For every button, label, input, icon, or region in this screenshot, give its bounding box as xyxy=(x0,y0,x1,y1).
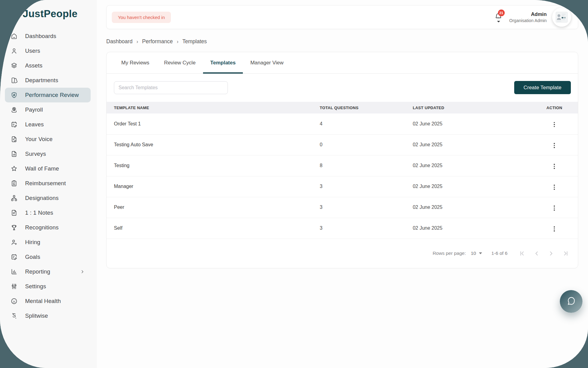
sidebar-item-dashboards[interactable]: Dashboards xyxy=(5,29,91,44)
user-icon xyxy=(10,47,18,55)
header-right: 21 Admin Organisation Admin xyxy=(493,8,571,27)
shield-bolt-icon xyxy=(10,91,18,99)
sidebar-item-label: Recognitions xyxy=(25,224,58,231)
sidebar-item-label: 1 : 1 Notes xyxy=(25,209,53,216)
previous-page-icon xyxy=(533,250,541,257)
trophy-icon xyxy=(10,224,18,231)
last-updated-cell: 02 June 2025 xyxy=(413,176,531,197)
total-questions-cell: 3 xyxy=(320,218,413,239)
notification-badge: 21 xyxy=(498,10,505,16)
sidebar-item-1-1-notes[interactable]: 1 : 1 Notes xyxy=(5,205,91,220)
table-row: Self302 June 2025 xyxy=(107,218,578,239)
sidebar-item-label: Settings xyxy=(25,283,46,290)
chat-fab[interactable] xyxy=(560,290,582,313)
chevron-right-icon xyxy=(80,269,85,274)
sidebar-item-designations[interactable]: Designations xyxy=(5,191,91,205)
notifications-button[interactable]: 21 xyxy=(493,12,504,22)
brand-logo: JustPeople xyxy=(23,8,97,20)
user-name: Admin xyxy=(509,11,547,17)
tab-label: My Reviews xyxy=(121,60,149,66)
breadcrumb-item-dashboard[interactable]: Dashboard xyxy=(106,38,133,45)
sidebar-item-assets[interactable]: Assets xyxy=(5,58,91,73)
sidebar-item-label: Reporting xyxy=(25,268,50,275)
ticket-icon xyxy=(10,312,18,320)
table-row: Peer302 June 2025 xyxy=(107,197,578,218)
sidebar-item-label: Performance Review xyxy=(25,92,79,98)
document-chart-icon xyxy=(10,150,18,158)
sidebar-item-mental-health[interactable]: Mental Health xyxy=(5,294,91,309)
sidebar-item-surveys[interactable]: Surveys xyxy=(5,147,91,161)
search-input[interactable] xyxy=(114,81,228,94)
template-name-cell: Testing xyxy=(107,155,320,176)
avatar[interactable] xyxy=(552,8,571,27)
breadcrumb-item-templates[interactable]: Templates xyxy=(182,38,207,45)
total-questions-cell: 0 xyxy=(320,134,413,155)
tab-label: Review Cycle xyxy=(164,60,196,66)
row-actions-button[interactable] xyxy=(551,183,558,192)
app-panel: JustPeople DashboardsUsersAssetsDepartme… xyxy=(0,0,588,368)
sidebar-item-label: Departments xyxy=(25,77,58,84)
create-template-button[interactable]: Create Template xyxy=(514,81,571,94)
last-page-button[interactable] xyxy=(561,249,570,258)
sidebar-item-label: Splitwise xyxy=(25,312,48,319)
column-header-last-updated: LAST UPDATED xyxy=(413,102,531,113)
previous-page-button[interactable] xyxy=(532,249,541,258)
last-updated-cell: 02 June 2025 xyxy=(413,218,531,239)
sidebar-item-goals[interactable]: Goals xyxy=(5,250,91,264)
tab-manager-view[interactable]: Manager View xyxy=(243,52,291,73)
templates-table: TEMPLATE NAMETOTAL QUESTIONSLAST UPDATED… xyxy=(107,102,578,239)
sidebar-item-recognitions[interactable]: Recognitions xyxy=(5,220,91,235)
content-card: My ReviewsReview CycleTemplatesManager V… xyxy=(106,52,578,268)
tab-label: Manager View xyxy=(250,60,283,66)
sidebar-item-label: Wall of Fame xyxy=(25,165,59,172)
active-tab-underline xyxy=(203,72,243,74)
sidebar-item-users[interactable]: Users xyxy=(5,44,91,58)
row-actions-button[interactable] xyxy=(551,141,558,150)
sidebar-item-departments[interactable]: Departments xyxy=(5,73,91,88)
breadcrumb-item-performance[interactable]: Performance xyxy=(142,38,173,45)
checkin-notice: You haven't checked in xyxy=(112,12,171,23)
sidebar-item-wall-of-fame[interactable]: Wall of Fame xyxy=(5,161,91,176)
row-actions-button[interactable] xyxy=(551,120,558,129)
sidebar-item-label: Mental Health xyxy=(25,298,61,305)
tab-review-cycle[interactable]: Review Cycle xyxy=(157,52,203,73)
table-row: Manager302 June 2025 xyxy=(107,176,578,197)
breadcrumb-separator: › xyxy=(177,39,178,44)
row-actions-button[interactable] xyxy=(551,204,558,213)
sidebar-item-hiring[interactable]: Hiring xyxy=(5,235,91,250)
next-page-icon xyxy=(547,250,555,257)
last-page-icon xyxy=(562,250,569,257)
table-row: Order Test 1402 June 2025 xyxy=(107,113,578,134)
org-chart-icon xyxy=(10,194,18,202)
tab-templates[interactable]: Templates xyxy=(203,52,243,73)
chevron-down-icon xyxy=(497,21,500,22)
table-row: Testing802 June 2025 xyxy=(107,155,578,176)
sidebar-item-label: Hiring xyxy=(25,239,40,246)
rows-per-page-label: Rows per page: xyxy=(433,251,466,256)
document-check-icon xyxy=(10,136,18,143)
calendar-edit-icon xyxy=(10,121,18,128)
sidebar-item-leaves[interactable]: Leaves xyxy=(5,117,91,132)
sidebar-item-payroll[interactable]: Payroll xyxy=(5,102,91,117)
tab-my-reviews[interactable]: My Reviews xyxy=(114,52,157,73)
breadcrumb-separator: › xyxy=(137,39,138,44)
rows-per-page-select[interactable]: 10 xyxy=(471,251,482,256)
row-actions-button[interactable] xyxy=(551,224,558,233)
sidebar-item-splitwise[interactable]: Splitwise xyxy=(5,309,91,323)
sidebar-item-label: Payroll xyxy=(25,106,43,113)
template-name-cell: Manager xyxy=(107,176,320,197)
next-page-button[interactable] xyxy=(547,249,556,258)
sidebar-item-label: Leaves xyxy=(25,121,44,128)
sidebar-item-performance-review[interactable]: Performance Review xyxy=(5,88,91,102)
breadcrumb: Dashboard›Performance›Templates xyxy=(106,38,578,45)
sidebar-item-settings[interactable]: Settings xyxy=(5,279,91,294)
cards-icon xyxy=(10,77,18,84)
last-updated-cell: 02 June 2025 xyxy=(413,134,531,155)
row-actions-button[interactable] xyxy=(551,162,558,171)
column-header-total-questions: TOTAL QUESTIONS xyxy=(320,102,413,113)
column-header-template-name: TEMPLATE NAME xyxy=(107,102,320,113)
sidebar-item-reimbursement[interactable]: Reimbursement xyxy=(5,176,91,191)
sidebar-item-your-voice[interactable]: Your Voice xyxy=(5,132,91,147)
sidebar-item-reporting[interactable]: Reporting xyxy=(5,264,91,279)
first-page-button[interactable] xyxy=(518,249,527,258)
